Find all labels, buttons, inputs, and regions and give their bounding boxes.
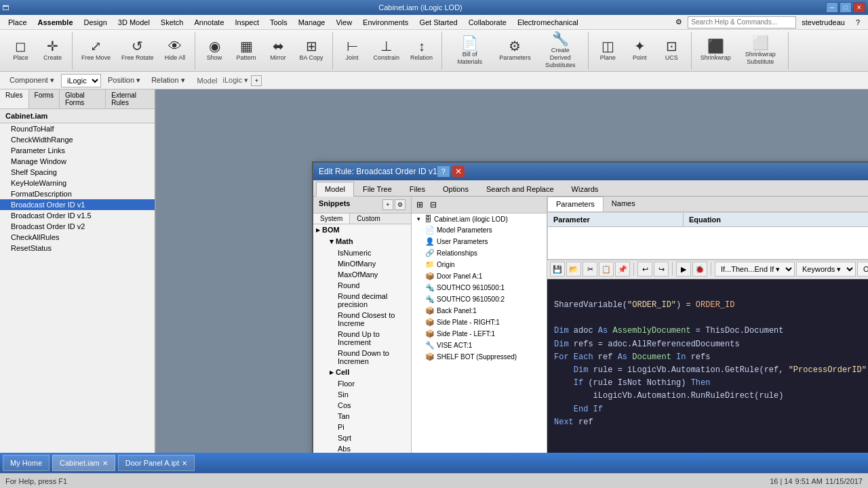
filetree-backpanel[interactable]: 📦 Back Panel:1 <box>412 305 547 317</box>
filetree-model-params[interactable]: 📄 Model Parameters <box>412 224 547 236</box>
dialog-tab-files[interactable]: Files <box>401 182 434 196</box>
hide-all-button[interactable]: 👁 Hide All <box>160 33 191 68</box>
filetree-sideleft[interactable]: 📦 Side Plate - LEFT:1 <box>412 328 547 340</box>
tab-doorpanel-close[interactable]: ✕ <box>182 460 187 467</box>
filetree-southco1[interactable]: 🔩 SOUTHCO 9610500:1 <box>412 282 547 293</box>
editor-redo-btn[interactable]: ↪ <box>654 262 669 277</box>
mirror-button[interactable]: ⬌ Mirror <box>263 33 294 68</box>
editor-paste-btn[interactable]: 📌 <box>615 262 630 277</box>
dialog-tab-wizards[interactable]: Wizards <box>563 182 608 196</box>
snippet-floor[interactable]: Floor <box>313 378 411 389</box>
snippet-round-up[interactable]: Round Up to Increment <box>313 329 411 348</box>
sidebar-item-managewindow[interactable]: Manage Window <box>0 156 155 167</box>
snippets-tab-custom[interactable]: Custom <box>350 214 387 224</box>
editor-open-btn[interactable]: 📂 <box>566 262 581 277</box>
sidebar-item-keyholewarning[interactable]: KeyHoleWarning <box>0 178 155 188</box>
shrinkwrap-button[interactable]: ⬛ Shrinkwrap <box>696 33 736 68</box>
tab-myhome[interactable]: My Home <box>3 455 50 471</box>
parameters-button[interactable]: ⚙ Parameters <box>494 33 536 68</box>
dialog-help-button[interactable]: ? <box>437 166 450 177</box>
dialog-tab-model[interactable]: Model <box>316 182 354 197</box>
sidebar-item-paramlinks[interactable]: Parameter Links <box>0 145 155 156</box>
snippet-round-decimal[interactable]: Round decimal precision <box>313 291 411 310</box>
editor-keywords-dropdown[interactable]: Keywords ▾ <box>796 262 856 277</box>
sidebar-item-formatdescription[interactable]: FormatDescription <box>0 188 155 199</box>
dialog-tab-filetree[interactable]: File Tree <box>354 182 401 196</box>
menu-electromechanical[interactable]: Electromechanical <box>512 17 584 28</box>
free-rotate-button[interactable]: ↺ Free Rotate <box>117 33 159 68</box>
snippet-bom[interactable]: ▸ BOM <box>313 224 411 236</box>
sidebar-item-checkwidthrange[interactable]: CheckWidthRange <box>0 134 155 145</box>
editor-snippet-dropdown[interactable]: If...Then...End If ▾ <box>715 262 795 277</box>
dialog-tab-options[interactable]: Options <box>434 182 477 196</box>
params-tab-names[interactable]: Names <box>604 197 644 211</box>
dialog-tab-searchreplace[interactable]: Search and Replace <box>477 182 563 196</box>
menu-assemble[interactable]: Assemble <box>33 17 79 28</box>
menu-settings[interactable]: ⚙ <box>670 16 688 28</box>
snippet-abs[interactable]: Abs <box>313 443 411 453</box>
add-tab-button[interactable]: + <box>251 75 262 86</box>
sidebar-item-broadcast-v15[interactable]: Broadcast Order ID v1.5 <box>0 210 155 221</box>
code-textarea[interactable]: SharedVariable("ORDER_ID") = ORDER_ID Di… <box>547 279 868 453</box>
sidebar-item-broadcast-v1[interactable]: Broadcast Order ID v1 <box>0 199 155 210</box>
create-button[interactable]: ✛ Create <box>37 33 68 68</box>
snippet-sqrt[interactable]: Sqrt <box>313 432 411 443</box>
snippet-round-down[interactable]: Round Down to Incremen <box>313 348 411 367</box>
maximize-button[interactable]: □ <box>840 2 852 13</box>
menu-inspect[interactable]: Inspect <box>230 17 264 28</box>
sidebar-item-roundtohalf[interactable]: RoundToHalf <box>0 123 155 134</box>
tab-forms[interactable]: Forms <box>29 89 60 108</box>
editor-debug-btn[interactable]: 🐞 <box>692 262 707 277</box>
params-tab-parameters[interactable]: Parameters <box>547 197 604 211</box>
tab-cabinet[interactable]: Cabinet.iam ✕ <box>52 455 115 471</box>
filetree-relationships[interactable]: 🔗 Relationships <box>412 247 547 259</box>
snippets-settings-button[interactable]: ⚙ <box>395 199 406 210</box>
snippets-add-button[interactable]: + <box>382 199 393 210</box>
close-window-button[interactable]: ✕ <box>853 2 865 13</box>
snippet-cos[interactable]: Cos <box>313 400 411 411</box>
create-derived-substitutes-button[interactable]: 🔧 Create Derived Substitutes <box>537 33 584 68</box>
show-button[interactable]: ◉ Show <box>199 33 230 68</box>
snippet-sin[interactable]: Sin <box>313 389 411 400</box>
menu-view[interactable]: View <box>330 17 357 28</box>
filetree-btn1[interactable]: ⊞ <box>413 198 427 211</box>
filetree-btn2[interactable]: ⊟ <box>427 198 440 211</box>
menu-place[interactable]: Place <box>3 17 33 28</box>
snippet-cell[interactable]: ▸ Cell <box>313 367 411 378</box>
snippet-isnumeric[interactable]: IsNumeric <box>313 247 411 258</box>
shrinkwrap-substitute-button[interactable]: ⬜ Shrinkwrap Substitute <box>737 33 784 68</box>
filetree-doorpanel[interactable]: 📦 Door Panel A:1 <box>412 270 547 282</box>
tab-rules[interactable]: Rules <box>0 89 29 108</box>
joint-button[interactable]: ⊢ Joint <box>337 33 368 68</box>
tab-external-rules[interactable]: External Rules <box>106 89 155 108</box>
filetree-origin[interactable]: 📁 Origin <box>412 259 547 270</box>
component-select[interactable]: iLogic <box>61 74 101 87</box>
tab-doorpanel[interactable]: Door Panel A.ipt ✕ <box>118 455 195 471</box>
menu-sketch[interactable]: Sketch <box>155 17 189 28</box>
editor-copy-btn[interactable]: 📋 <box>599 262 614 277</box>
filetree-vise[interactable]: 🔧 VISE ACT:1 <box>412 340 547 351</box>
free-move-button[interactable]: ⤢ Free Move <box>77 33 115 68</box>
menu-collaborate[interactable]: Collaborate <box>463 17 512 28</box>
menu-getstarted[interactable]: Get Started <box>414 17 462 28</box>
sidebar-item-broadcast-v2[interactable]: Broadcast Order ID v2 <box>0 221 155 232</box>
filetree-root[interactable]: ▾ 🗄 Cabinet.iam (ilogic LOD) <box>412 214 547 224</box>
filetree-southco2[interactable]: 🔩 SOUTHCO 9610500:2 <box>412 293 547 305</box>
editor-undo-btn[interactable]: ↩ <box>637 262 652 277</box>
minimize-button[interactable]: ─ <box>826 2 838 13</box>
snippet-minofmany[interactable]: MinOfMany <box>313 258 411 269</box>
menu-environments[interactable]: Environments <box>357 17 414 28</box>
sidebar-item-checkallrules[interactable]: CheckAllRules <box>0 232 155 243</box>
menu-manage[interactable]: Manage <box>293 17 331 28</box>
menu-annotate[interactable]: Annotate <box>189 17 229 28</box>
snippet-round[interactable]: Round <box>313 280 411 291</box>
editor-cut-btn[interactable]: ✂ <box>583 262 597 277</box>
snippet-math[interactable]: ▾ Math <box>313 236 411 247</box>
filetree-user-params[interactable]: 👤 User Parameters <box>412 236 547 247</box>
snippet-maxofmany[interactable]: MaxOfMany <box>313 269 411 280</box>
user-label[interactable]: stevetrudeau <box>796 17 850 28</box>
snippet-round-closest[interactable]: Round Closest to Increme <box>313 310 411 329</box>
place-button[interactable]: ◻ Place <box>5 33 36 68</box>
dialog-close-button[interactable]: ✕ <box>452 166 465 177</box>
help-search-input[interactable] <box>688 16 796 28</box>
